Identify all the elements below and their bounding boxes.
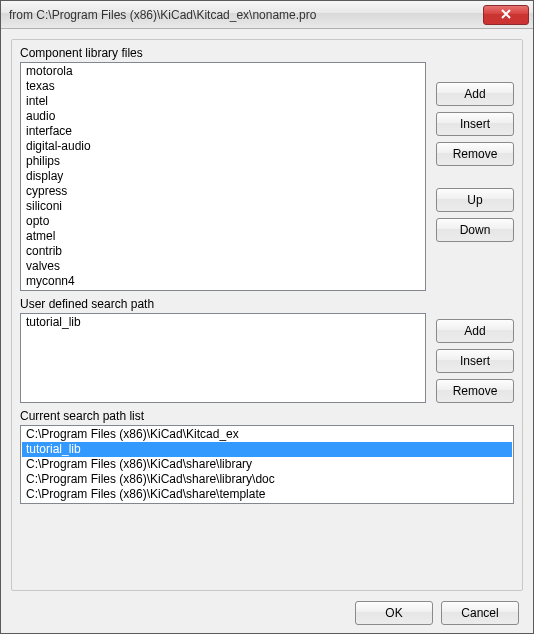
user-path-buttons: Add Insert Remove: [436, 297, 514, 403]
window-title: from C:\Program Files (x86)\KiCad\Kitcad…: [9, 8, 483, 22]
list-item[interactable]: intel: [22, 94, 424, 109]
ok-button[interactable]: OK: [355, 601, 433, 625]
list-item[interactable]: tutorial_lib: [22, 315, 424, 330]
remove-button[interactable]: Remove: [436, 379, 514, 403]
dialog-button-bar: OK Cancel: [11, 595, 523, 625]
list-item[interactable]: C:\Program Files (x86)\KiCad\share\templ…: [22, 487, 512, 502]
user-path-listbox[interactable]: tutorial_lib: [20, 313, 426, 403]
list-item[interactable]: siliconi: [22, 199, 424, 214]
remove-button[interactable]: Remove: [436, 142, 514, 166]
current-path-label: Current search path list: [20, 409, 514, 423]
user-path-row: User defined search path tutorial_lib Ad…: [20, 297, 514, 403]
list-item[interactable]: C:\Program Files (x86)\KiCad\Kitcad_ex: [22, 427, 512, 442]
add-button[interactable]: Add: [436, 319, 514, 343]
dialog-window: from C:\Program Files (x86)\KiCad\Kitcad…: [0, 0, 534, 634]
titlebar[interactable]: from C:\Program Files (x86)\KiCad\Kitcad…: [1, 1, 533, 29]
list-item[interactable]: audio: [22, 109, 424, 124]
list-item[interactable]: valves: [22, 259, 424, 274]
down-button[interactable]: Down: [436, 218, 514, 242]
list-item[interactable]: motorola: [22, 64, 424, 79]
list-item[interactable]: texas: [22, 79, 424, 94]
list-item[interactable]: digital-audio: [22, 139, 424, 154]
list-item[interactable]: interface: [22, 124, 424, 139]
add-button[interactable]: Add: [436, 82, 514, 106]
list-item[interactable]: cypress: [22, 184, 424, 199]
component-library-listbox[interactable]: motorolatexasintelaudiointerfacedigital-…: [20, 62, 426, 291]
list-item[interactable]: opto: [22, 214, 424, 229]
component-library-buttons: Add Insert Remove Up Down: [436, 46, 514, 291]
insert-button[interactable]: Insert: [436, 112, 514, 136]
up-button[interactable]: Up: [436, 188, 514, 212]
list-item[interactable]: atmel: [22, 229, 424, 244]
component-library-label: Component library files: [20, 46, 426, 60]
list-item[interactable]: contrib: [22, 244, 424, 259]
component-library-row: Component library files motorolatexasint…: [20, 46, 514, 291]
close-icon: [501, 8, 511, 22]
current-path-listbox[interactable]: C:\Program Files (x86)\KiCad\Kitcad_extu…: [20, 425, 514, 504]
list-item[interactable]: philips: [22, 154, 424, 169]
content-frame: Component library files motorolatexasint…: [11, 39, 523, 591]
user-path-label: User defined search path: [20, 297, 426, 311]
insert-button[interactable]: Insert: [436, 349, 514, 373]
close-button[interactable]: [483, 5, 529, 25]
current-path-section: Current search path list C:\Program File…: [20, 409, 514, 504]
cancel-button[interactable]: Cancel: [441, 601, 519, 625]
list-item[interactable]: myconn4: [22, 274, 424, 289]
list-item[interactable]: tutorial_lib: [22, 442, 512, 457]
client-area: Component library files motorolatexasint…: [1, 29, 533, 633]
list-item[interactable]: display: [22, 169, 424, 184]
list-item[interactable]: C:\Program Files (x86)\KiCad\share\libra…: [22, 457, 512, 472]
list-item[interactable]: C:\Program Files (x86)\KiCad\share\libra…: [22, 472, 512, 487]
